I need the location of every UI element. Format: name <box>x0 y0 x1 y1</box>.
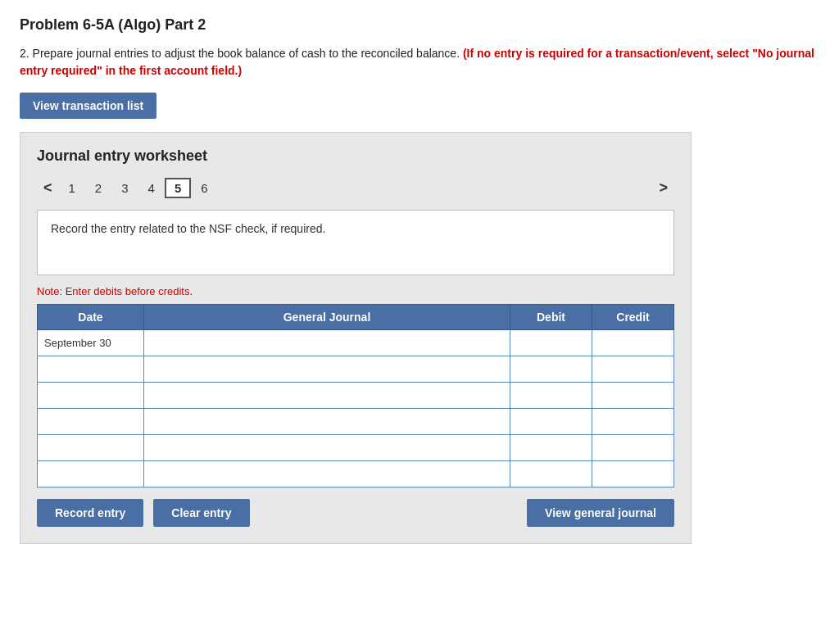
page-3-button[interactable]: 3 <box>111 178 138 198</box>
date-cell-5 <box>38 435 144 461</box>
journal-input-5[interactable] <box>144 435 510 460</box>
journal-cell-4[interactable] <box>144 409 510 435</box>
page-6-button[interactable]: 6 <box>191 178 217 198</box>
table-row <box>38 409 674 435</box>
prev-page-button[interactable]: < <box>37 176 59 200</box>
problem-title: Problem 6-5A (Algo) Part 2 <box>20 16 819 34</box>
page-4-button[interactable]: 4 <box>138 178 165 198</box>
credit-input-1[interactable] <box>592 330 673 356</box>
worksheet-container: Journal entry worksheet < 1 2 3 4 5 6 > … <box>20 132 692 544</box>
buttons-row: Record entry Clear entry View general jo… <box>37 499 674 527</box>
journal-cell-6[interactable] <box>144 461 510 488</box>
debit-cell-3[interactable] <box>510 383 592 409</box>
date-cell-6 <box>38 461 144 488</box>
date-cell-1: September 30 <box>38 330 144 356</box>
journal-table: Date General Journal Debit Credit Septem… <box>37 304 674 488</box>
col-general-journal: General Journal <box>144 305 510 330</box>
journal-input-3[interactable] <box>144 383 510 408</box>
debit-cell-6[interactable] <box>510 461 592 488</box>
credit-cell-2[interactable] <box>592 356 674 383</box>
journal-input-4[interactable] <box>144 409 510 434</box>
view-transaction-button[interactable]: View transaction list <box>20 93 156 119</box>
pagination: < 1 2 3 4 5 6 > <box>37 176 674 200</box>
credit-cell-5[interactable] <box>592 435 674 461</box>
col-date: Date <box>38 305 144 330</box>
worksheet-title: Journal entry worksheet <box>37 147 674 165</box>
clear-entry-button[interactable]: Clear entry <box>153 499 249 527</box>
credit-cell-3[interactable] <box>592 383 674 409</box>
debit-input-1[interactable] <box>510 330 592 356</box>
credit-input-5[interactable] <box>592 435 673 460</box>
journal-cell-3[interactable] <box>144 383 510 409</box>
instructions: 2. Prepare journal entries to adjust the… <box>20 45 819 79</box>
debit-cell-4[interactable] <box>510 409 592 435</box>
table-row <box>38 461 674 488</box>
debit-cell-2[interactable] <box>510 356 592 383</box>
journal-input-1[interactable] <box>144 330 510 356</box>
col-credit: Credit <box>592 305 674 330</box>
next-page-button[interactable]: > <box>652 176 674 200</box>
debit-cell-5[interactable] <box>510 435 592 461</box>
date-cell-4 <box>38 409 144 435</box>
record-entry-button[interactable]: Record entry <box>37 499 143 527</box>
debit-input-6[interactable] <box>510 461 592 487</box>
credit-input-2[interactable] <box>592 356 673 382</box>
journal-cell-1[interactable] <box>144 330 510 356</box>
page-1-button[interactable]: 1 <box>59 178 85 198</box>
debit-input-2[interactable] <box>510 356 592 382</box>
credit-input-3[interactable] <box>592 383 673 408</box>
entry-description: Record the entry related to the NSF chec… <box>37 210 674 275</box>
credit-cell-1[interactable] <box>592 330 674 356</box>
date-cell-3 <box>38 383 144 409</box>
credit-cell-6[interactable] <box>592 461 674 488</box>
credit-input-6[interactable] <box>592 461 673 487</box>
journal-input-2[interactable] <box>144 356 510 382</box>
date-cell-2 <box>38 356 144 383</box>
debit-cell-1[interactable] <box>510 330 592 356</box>
table-row <box>38 356 674 383</box>
instruction-text: Prepare journal entries to adjust the bo… <box>33 47 460 60</box>
view-general-journal-button[interactable]: View general journal <box>527 499 674 527</box>
credit-cell-4[interactable] <box>592 409 674 435</box>
table-row <box>38 383 674 409</box>
instruction-number: 2. <box>20 47 29 60</box>
note-text: Note: Enter debits before credits. <box>37 285 674 297</box>
journal-input-6[interactable] <box>144 461 510 487</box>
credit-input-4[interactable] <box>592 409 673 434</box>
col-debit: Debit <box>510 305 592 330</box>
journal-cell-2[interactable] <box>144 356 510 383</box>
page-5-button[interactable]: 5 <box>165 178 191 198</box>
table-row: September 30 <box>38 330 674 356</box>
page-2-button[interactable]: 2 <box>85 178 111 198</box>
debit-input-5[interactable] <box>510 435 592 460</box>
debit-input-3[interactable] <box>510 383 592 408</box>
debit-input-4[interactable] <box>510 409 592 434</box>
table-row <box>38 435 674 461</box>
journal-cell-5[interactable] <box>144 435 510 461</box>
